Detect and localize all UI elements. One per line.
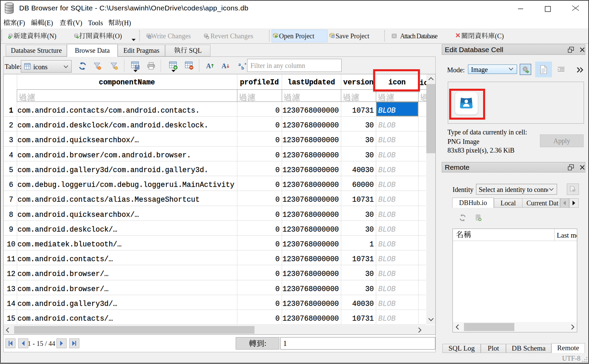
svg-text:A: A (222, 62, 227, 70)
svg-text:A: A (206, 62, 211, 70)
svg-text:a: a (238, 62, 241, 67)
svg-text:b: b (241, 66, 244, 71)
